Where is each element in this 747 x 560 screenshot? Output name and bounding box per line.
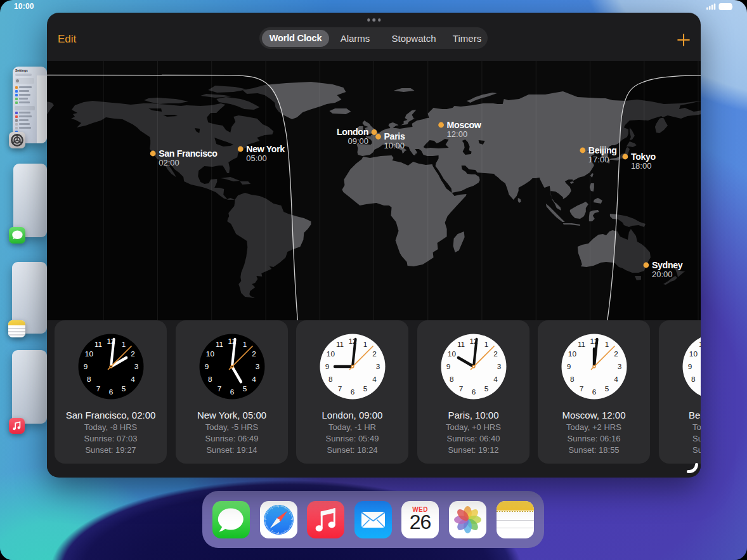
svg-text:1: 1 bbox=[242, 340, 247, 349]
svg-text:1: 1 bbox=[604, 340, 609, 349]
svg-text:3: 3 bbox=[134, 362, 138, 371]
svg-text:8: 8 bbox=[328, 375, 333, 384]
svg-text:Tokyo: Tokyo bbox=[631, 152, 656, 162]
svg-text:9: 9 bbox=[83, 362, 88, 371]
svg-text:11: 11 bbox=[698, 340, 701, 349]
svg-text:5: 5 bbox=[363, 384, 367, 393]
svg-text:7: 7 bbox=[579, 384, 583, 393]
svg-text:9: 9 bbox=[566, 362, 571, 371]
svg-text:2: 2 bbox=[252, 349, 256, 358]
svg-text:Paris: Paris bbox=[384, 132, 405, 142]
svg-text:11: 11 bbox=[577, 340, 585, 349]
svg-text:7: 7 bbox=[700, 384, 701, 393]
svg-text:7: 7 bbox=[217, 384, 221, 393]
svg-text:12:00: 12:00 bbox=[447, 129, 468, 139]
svg-text:7: 7 bbox=[458, 384, 463, 393]
svg-text:11: 11 bbox=[457, 340, 464, 349]
svg-text:09:00: 09:00 bbox=[348, 137, 368, 147]
svg-text:5: 5 bbox=[604, 384, 609, 393]
svg-text:Moscow: Moscow bbox=[447, 120, 482, 130]
svg-text:6: 6 bbox=[230, 387, 234, 396]
svg-text:05:00: 05:00 bbox=[246, 153, 267, 163]
svg-text:New York: New York bbox=[246, 144, 285, 154]
svg-text:2: 2 bbox=[131, 349, 135, 358]
svg-text:San Francisco: San Francisco bbox=[159, 148, 218, 159]
svg-text:8: 8 bbox=[691, 375, 696, 384]
svg-text:10: 10 bbox=[689, 349, 698, 358]
svg-text:17:00: 17:00 bbox=[588, 155, 609, 164]
svg-text:4: 4 bbox=[252, 375, 256, 384]
svg-text:6: 6 bbox=[471, 387, 476, 396]
svg-text:11: 11 bbox=[215, 340, 223, 349]
svg-text:2: 2 bbox=[372, 349, 377, 358]
svg-text:9: 9 bbox=[325, 362, 329, 371]
svg-text:3: 3 bbox=[375, 362, 380, 371]
svg-text:11: 11 bbox=[94, 340, 101, 349]
svg-text:1: 1 bbox=[363, 340, 367, 349]
svg-text:4: 4 bbox=[493, 375, 498, 384]
svg-text:18:00: 18:00 bbox=[631, 161, 652, 171]
svg-text:6: 6 bbox=[108, 387, 113, 396]
svg-text:6: 6 bbox=[350, 387, 354, 396]
svg-text:10: 10 bbox=[84, 349, 93, 358]
svg-text:8: 8 bbox=[87, 375, 91, 384]
svg-text:5: 5 bbox=[484, 384, 488, 393]
svg-text:5: 5 bbox=[242, 384, 247, 393]
svg-text:4: 4 bbox=[614, 375, 618, 384]
svg-text:3: 3 bbox=[617, 362, 621, 371]
svg-text:10: 10 bbox=[568, 349, 576, 358]
svg-text:8: 8 bbox=[570, 375, 575, 384]
svg-text:10:00: 10:00 bbox=[384, 141, 405, 151]
svg-text:10: 10 bbox=[205, 349, 214, 358]
svg-text:6: 6 bbox=[592, 387, 596, 396]
svg-text:20:00: 20:00 bbox=[652, 270, 673, 279]
svg-text:7: 7 bbox=[337, 384, 342, 393]
svg-text:2: 2 bbox=[493, 349, 498, 358]
svg-text:7: 7 bbox=[96, 384, 100, 393]
svg-text:02:00: 02:00 bbox=[159, 158, 179, 167]
svg-text:4: 4 bbox=[131, 375, 135, 384]
svg-text:3: 3 bbox=[497, 362, 501, 371]
svg-text:2: 2 bbox=[614, 349, 618, 358]
svg-text:8: 8 bbox=[450, 375, 454, 384]
svg-text:9: 9 bbox=[204, 362, 209, 371]
svg-text:1: 1 bbox=[484, 340, 488, 349]
svg-text:10: 10 bbox=[326, 349, 335, 358]
svg-text:8: 8 bbox=[208, 375, 212, 384]
svg-text:3: 3 bbox=[255, 362, 259, 371]
svg-text:5: 5 bbox=[121, 384, 126, 393]
svg-text:Sydney: Sydney bbox=[652, 260, 683, 270]
svg-text:9: 9 bbox=[687, 362, 692, 371]
svg-text:Beijing: Beijing bbox=[588, 145, 617, 155]
svg-text:4: 4 bbox=[372, 375, 377, 384]
svg-text:11: 11 bbox=[335, 340, 343, 349]
svg-text:10: 10 bbox=[447, 349, 456, 358]
svg-text:9: 9 bbox=[446, 362, 450, 371]
svg-text:London: London bbox=[337, 127, 368, 138]
svg-text:1: 1 bbox=[121, 340, 126, 349]
